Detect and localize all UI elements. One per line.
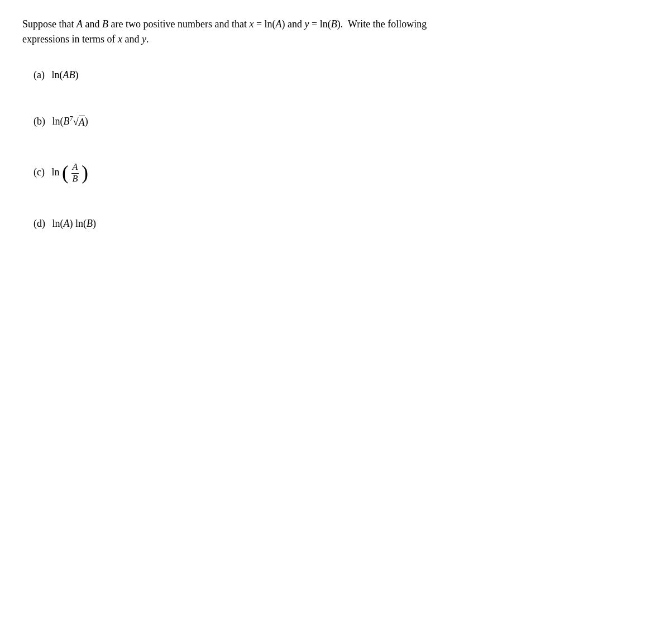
part-b-expression: ln(B7√A) [52,116,88,127]
problem-container: Suppose that A and B are two positive nu… [22,17,648,230]
fraction: A B [71,162,79,184]
part-b: (b) ln(B7√A) [22,115,648,128]
problem-statement: Suppose that A and B are two positive nu… [22,17,648,47]
part-d-label: (d) [34,218,45,230]
part-c-expression: ln ( A B ) [51,166,88,178]
part-d: (d) ln(A) ln(B) [22,218,648,230]
part-a: (a) ln(AB) [22,69,648,81]
part-d-expression: ln(A) ln(B) [52,218,97,229]
statement-text: Suppose that A and B are two positive nu… [22,18,427,30]
right-paren: ) [82,162,88,184]
part-a-label: (a) [34,69,45,81]
statement-line2: expressions in terms of x and y. [22,34,149,45]
part-c-label: (c) [34,166,45,178]
part-b-label: (b) [34,116,45,127]
part-c: (c) ln ( A B ) [22,162,648,184]
part-a-expression: ln(AB) [51,69,78,80]
left-paren: ( [62,162,69,184]
